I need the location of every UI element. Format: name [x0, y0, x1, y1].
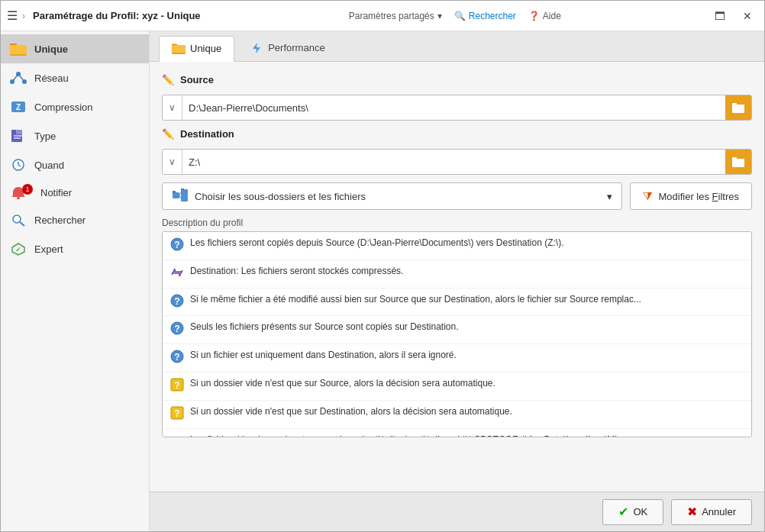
search-label: Rechercher [469, 11, 516, 21]
svg-rect-27 [732, 157, 737, 160]
shared-params-chevron: ▾ [437, 11, 442, 21]
search-button[interactable]: 🔍 Rechercher [454, 11, 516, 21]
filter-btn-label: Modifier les Filtres [659, 191, 739, 202]
destination-section-label: ✏️ Destination [162, 128, 752, 140]
desc-item-text: Si un dossier vide n'est que sur Destina… [190, 405, 512, 418]
filter-button[interactable]: ⧩ Modifier les Filtres [630, 182, 752, 210]
desc-item-icon [170, 434, 184, 437]
close-button[interactable]: ✕ [737, 5, 758, 27]
cancel-label: Annuler [702, 506, 736, 517]
source-label: Source [180, 74, 214, 85]
tab-folder-icon [172, 41, 186, 55]
subdirs-icon [172, 189, 189, 205]
svg-line-19 [20, 222, 24, 226]
svg-text:✓: ✓ [15, 246, 21, 253]
list-item: ?Si un dossier vide n'est que sur Source… [163, 372, 751, 401]
sidebar-item-type[interactable]: Type [1, 121, 149, 150]
desc-item-text: Si le même fichier a été modifié aussi b… [190, 293, 641, 306]
main-layout: Unique Réseau [1, 31, 764, 531]
sidebar-item-unique[interactable]: Unique [1, 34, 149, 63]
source-input-row: ∨ [162, 95, 752, 121]
svg-rect-29 [173, 191, 176, 193]
content-body: ✏️ Source ∨ ✏️ Destinatio [150, 62, 764, 492]
subdirs-button[interactable]: Choisir les sous-dossiers et les fichier… [162, 182, 622, 210]
help-button[interactable]: ❓ Aide [528, 11, 561, 21]
content-area: Unique Performance ✏️ Source [150, 31, 764, 531]
source-chevron[interactable]: ∨ [163, 95, 182, 120]
help-icon: ❓ [528, 11, 540, 21]
menu-icon[interactable]: ☰ [7, 8, 18, 23]
tab-performance[interactable]: Performance [237, 37, 337, 61]
destination-folder-button[interactable] [725, 150, 751, 174]
desc-item-text: Les fichiers seront copiés depuis Source… [190, 237, 564, 250]
titlebar: ☰ › Paramétrage du Profil: xyz - Unique … [1, 1, 764, 31]
svg-line-6 [12, 74, 18, 82]
svg-rect-2 [10, 45, 27, 54]
svg-line-34 [179, 195, 181, 198]
svg-text:?: ? [174, 352, 179, 363]
subdirs-btn-content: Choisir les sous-dossiers et les fichier… [172, 189, 366, 205]
svg-text:?: ? [174, 379, 179, 390]
sidebar: Unique Réseau [1, 31, 150, 531]
checkmark-icon: ✔ [618, 505, 628, 519]
desc-item-icon: ? [170, 378, 184, 395]
pencil-icon-destination: ✏️ [162, 128, 174, 140]
sidebar-item-reseau[interactable]: Réseau [1, 63, 149, 92]
list-item: Destination: Les fichiers seront stockés… [163, 260, 751, 289]
svg-rect-11 [16, 130, 22, 134]
tab-unique[interactable]: Unique [159, 36, 234, 62]
svg-line-33 [179, 192, 181, 195]
destination-input[interactable] [182, 156, 725, 168]
maximize-button[interactable]: 🗖 [709, 5, 731, 27]
destination-label: Destination [180, 128, 234, 140]
svg-text:?: ? [174, 324, 179, 334]
list-item: ?Les fichiers seront copiés depuis Sourc… [163, 232, 751, 260]
action-row: Choisir les sous-dossiers et les fichier… [162, 182, 752, 210]
subdirs-chevron: ▾ [607, 191, 612, 202]
desc-item-icon [170, 266, 184, 283]
sidebar-label-notifier: Notifier [40, 187, 72, 198]
tab-lightning-icon [250, 41, 263, 55]
shared-params-dropdown[interactable]: Paramètres partagés ▾ [349, 11, 442, 21]
sidebar-item-rechercher[interactable]: Rechercher [1, 205, 149, 234]
svg-text:Z: Z [16, 103, 21, 111]
sidebar-label-type: Type [34, 131, 56, 142]
source-input[interactable] [182, 102, 725, 114]
destination-chevron[interactable]: ∨ [163, 150, 182, 174]
svg-rect-28 [173, 192, 179, 198]
filter-icon: ⧩ [643, 189, 653, 203]
titlebar-center: Paramètres partagés ▾ 🔍 Rechercher ❓ Aid… [201, 11, 709, 21]
sidebar-label-rechercher: Rechercher [34, 214, 86, 226]
description-list[interactable]: ?Les fichiers seront copiés depuis Sourc… [162, 231, 752, 437]
svg-text:?: ? [174, 295, 179, 306]
ok-button[interactable]: ✔ OK [602, 499, 663, 525]
type-icon [10, 127, 27, 144]
svg-rect-25 [732, 103, 737, 105]
sidebar-item-compression[interactable]: Z Compression [1, 92, 149, 121]
x-icon: ✖ [687, 505, 697, 519]
window-controls: 🗖 ✕ [709, 5, 758, 27]
sidebar-label-unique: Unique [34, 44, 68, 55]
svg-rect-32 [181, 195, 188, 202]
desc-item-text: Les fichiers/dossiers suivants seront ig… [190, 434, 642, 437]
cancel-button[interactable]: ✖ Annuler [671, 499, 752, 525]
window-title: Paramétrage du Profil: xyz - Unique [33, 10, 201, 21]
description-section: Description du profil ?Les fichiers sero… [162, 218, 752, 492]
svg-rect-24 [732, 105, 744, 113]
search-icon: 🔍 [454, 11, 466, 21]
source-section-label: ✏️ Source [162, 74, 752, 85]
sidebar-label-quand: Quand [34, 160, 64, 171]
sidebar-label-reseau: Réseau [34, 73, 69, 84]
svg-rect-26 [732, 159, 744, 167]
list-item: ?Si un fichier est uniquement dans Desti… [163, 344, 751, 372]
sidebar-item-quand[interactable]: Quand [1, 150, 149, 179]
source-folder-button[interactable] [725, 95, 751, 120]
desc-item-text: Si un dossier vide n'est que sur Source,… [190, 377, 495, 390]
svg-text:?: ? [174, 240, 179, 250]
main-window: ☰ › Paramétrage du Profil: xyz - Unique … [0, 0, 765, 532]
sidebar-item-notifier[interactable]: 1 Notifier [1, 179, 149, 205]
sidebar-label-compression: Compression [34, 102, 93, 113]
notification-badge: 1 [22, 184, 33, 195]
desc-item-icon: ? [170, 321, 184, 339]
sidebar-item-expert[interactable]: ✓ Expert [1, 234, 149, 263]
